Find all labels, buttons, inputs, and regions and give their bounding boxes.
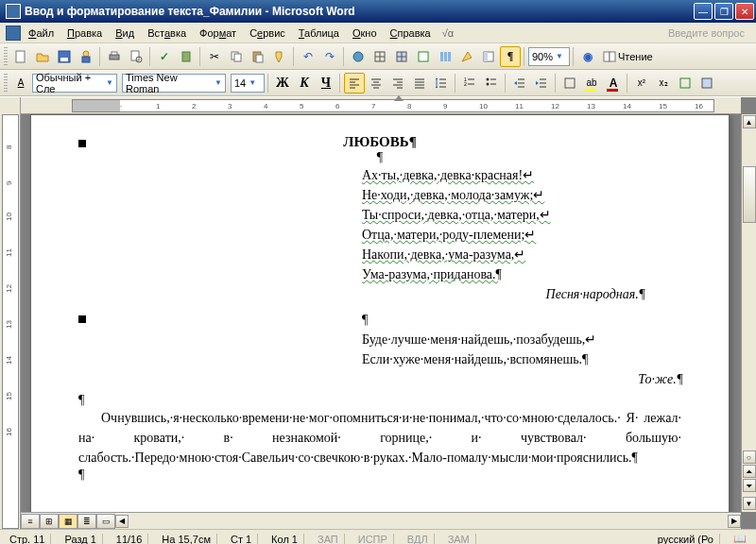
save-button[interactable] xyxy=(54,46,75,67)
borders-button[interactable] xyxy=(559,73,580,94)
permission-button[interactable] xyxy=(76,46,96,67)
status-rec[interactable]: ЗАП xyxy=(312,534,345,545)
outline-view-button[interactable]: ≣ xyxy=(77,514,96,529)
bold-button[interactable]: Ж xyxy=(272,73,293,94)
menu-insert[interactable]: Вставка xyxy=(142,26,192,41)
copy-button[interactable] xyxy=(226,46,247,67)
cut-button[interactable]: ✂ xyxy=(204,46,225,67)
superscript-button[interactable]: x² xyxy=(631,73,652,94)
print-layout-button[interactable]: ▦ xyxy=(59,514,77,529)
web-view-button[interactable]: ⊞ xyxy=(40,514,59,529)
help-search-input[interactable]: Введите вопрос xyxy=(668,27,750,39)
undo-button[interactable]: ↶ xyxy=(298,46,318,67)
justify-button[interactable] xyxy=(409,73,430,94)
status-trk[interactable]: ИСПР xyxy=(352,534,394,545)
align-center-button[interactable] xyxy=(366,73,387,94)
status-page[interactable]: Стр. 11 xyxy=(4,534,51,545)
close-button[interactable]: ✕ xyxy=(735,3,754,20)
reading-layout-button[interactable]: Чтение xyxy=(599,50,657,63)
scroll-down-button[interactable]: ▼ xyxy=(743,497,756,510)
window-buttons: — ❐ ✕ xyxy=(694,3,754,20)
status-language[interactable]: русский (Ро xyxy=(652,534,720,545)
research-button[interactable] xyxy=(176,46,197,67)
menu-table[interactable]: Таблица xyxy=(293,26,345,41)
horizontal-ruler[interactable]: · 1 2 3 4 5 6 7 8 9 10 11 12 13 14 15 16 xyxy=(21,97,741,114)
columns-button[interactable] xyxy=(435,46,455,67)
status-section[interactable]: Разд 1 xyxy=(59,534,102,545)
svg-point-52 xyxy=(487,77,490,80)
menu-window[interactable]: Окно xyxy=(347,26,383,41)
spellcheck-status-icon[interactable]: 📖 xyxy=(728,533,752,544)
spellcheck-button[interactable]: ✓ xyxy=(154,46,175,67)
align-right-button[interactable] xyxy=(387,73,408,94)
scroll-thumb[interactable] xyxy=(743,166,756,223)
hyperlink-button[interactable] xyxy=(348,46,369,67)
next-page-button[interactable]: ⏷ xyxy=(743,479,756,492)
scroll-left-button[interactable]: ◀ xyxy=(115,515,129,528)
menu-edit[interactable]: Правка xyxy=(61,26,108,41)
insert-table-button[interactable] xyxy=(391,46,412,67)
increase-indent-button[interactable] xyxy=(531,73,552,94)
zoom-combo[interactable]: 90%▼ xyxy=(528,47,570,66)
print-preview-button[interactable] xyxy=(126,46,146,67)
status-ext[interactable]: ВДЛ xyxy=(402,534,435,545)
reading-view-button[interactable]: ▭ xyxy=(96,514,115,529)
menu-formula[interactable]: √α xyxy=(438,27,457,39)
svg-point-54 xyxy=(487,82,490,85)
vertical-ruler[interactable]: 8 9 10 11 12 13 14 15 16 xyxy=(0,97,21,529)
insert-symbol-button[interactable] xyxy=(675,73,696,94)
first-line-indent-marker[interactable] xyxy=(394,95,404,101)
hscroll-track[interactable] xyxy=(129,515,728,528)
document-scroll-view[interactable]: ЛЮБОВЬ¶ ¶ Ах·ты,·девка,·девка·красная!↵ … xyxy=(21,114,741,512)
print-button[interactable] xyxy=(104,46,125,67)
tables-borders-button[interactable] xyxy=(369,46,390,67)
numbering-button[interactable]: 12 xyxy=(459,73,480,94)
decrease-indent-button[interactable] xyxy=(509,73,530,94)
scroll-up-button[interactable]: ▲ xyxy=(743,115,756,128)
prev-page-button[interactable]: ⏶ xyxy=(743,465,756,478)
minimize-button[interactable]: — xyxy=(694,3,713,20)
redo-button[interactable]: ↷ xyxy=(319,46,340,67)
styles-pane-button[interactable]: A xyxy=(10,73,31,94)
excel-button[interactable] xyxy=(413,46,434,67)
new-doc-button[interactable] xyxy=(10,46,31,67)
normal-view-button[interactable]: ≡ xyxy=(21,514,40,529)
toolbar-grip[interactable] xyxy=(4,47,8,66)
page[interactable]: ЛЮБОВЬ¶ ¶ Ах·ты,·девка,·девка·красная!↵ … xyxy=(30,114,730,512)
style-combo[interactable]: Обычный + Сле▼ xyxy=(32,74,117,93)
status-ovr[interactable]: ЗАМ xyxy=(442,534,476,545)
subscript-button[interactable]: x₂ xyxy=(653,73,674,94)
font-combo[interactable]: Times New Roman▼ xyxy=(122,74,226,93)
help-button[interactable]: ◉ xyxy=(577,46,598,67)
underline-button[interactable]: Ч xyxy=(316,73,336,94)
browse-object-button[interactable]: ○ xyxy=(743,450,756,464)
maximize-button[interactable]: ❐ xyxy=(714,3,733,20)
scroll-right-button[interactable]: ▶ xyxy=(728,515,741,528)
open-button[interactable] xyxy=(32,46,53,67)
view-buttons: ≡ ⊞ ▦ ≣ ▭ xyxy=(21,514,115,529)
menu-help[interactable]: Справка xyxy=(385,26,437,41)
status-column[interactable]: Кол 1 xyxy=(266,534,304,545)
bullets-button[interactable] xyxy=(481,73,502,94)
vertical-scrollbar[interactable]: ▲ ▼ ○ ⏶ ⏷ xyxy=(741,114,756,512)
menu-format[interactable]: Формат xyxy=(194,26,242,41)
menu-tools[interactable]: Сервис xyxy=(244,26,291,41)
status-line[interactable]: Ст 1 xyxy=(225,534,258,545)
size-combo[interactable]: 14▼ xyxy=(231,74,265,93)
toolbar-grip[interactable] xyxy=(4,74,8,93)
italic-button[interactable]: К xyxy=(294,73,315,94)
font-color-button[interactable]: A xyxy=(603,73,624,94)
menu-view[interactable]: Вид xyxy=(110,26,140,41)
status-pages[interactable]: 11/16 xyxy=(111,534,149,545)
paste-button[interactable] xyxy=(248,46,268,67)
select-all-button[interactable] xyxy=(696,73,717,94)
highlight-button[interactable]: ab xyxy=(581,73,602,94)
format-painter-button[interactable] xyxy=(269,46,290,67)
menu-file[interactable]: Файл xyxy=(23,26,60,41)
show-formatting-button[interactable]: ¶ xyxy=(500,46,521,67)
docmap-button[interactable] xyxy=(478,46,499,67)
status-position[interactable]: На 15,7см xyxy=(156,534,217,545)
align-left-button[interactable] xyxy=(344,73,365,94)
line-spacing-button[interactable] xyxy=(431,73,452,94)
drawing-button[interactable] xyxy=(456,46,477,67)
